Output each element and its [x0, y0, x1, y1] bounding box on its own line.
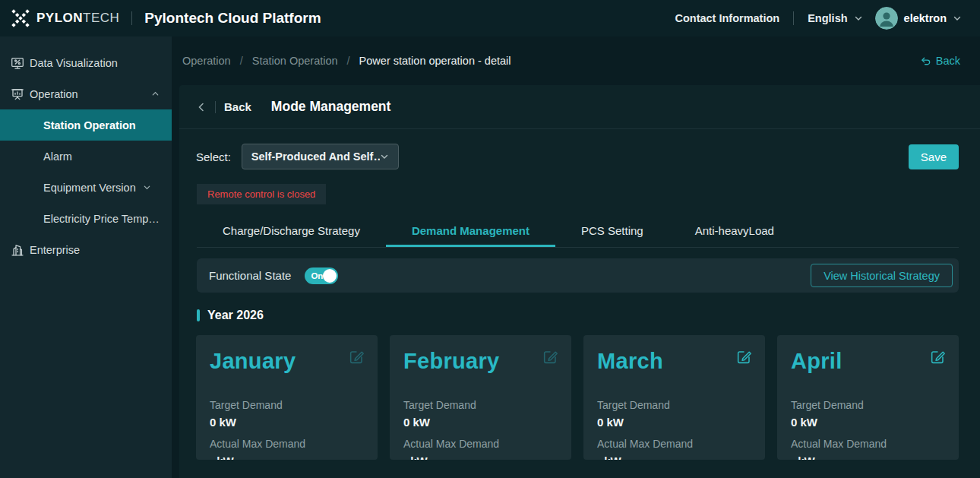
toggle-on-label: On — [311, 271, 323, 280]
tab-pcs-setting[interactable]: PCS Setting — [555, 212, 669, 247]
tab-demand-management[interactable]: Demand Management — [386, 212, 555, 247]
sidebar-item-label: Operation — [30, 88, 78, 100]
target-demand-label: Target Demand — [597, 397, 751, 413]
app-window: PYLONTECH Pylontech Cloud Platform Conta… — [0, 0, 980, 478]
target-demand-value: 0 kW — [403, 414, 558, 430]
remote-control-notice: Remote control is closed — [197, 184, 326, 204]
month-title: January — [210, 347, 364, 375]
tab-anti-heavyload[interactable]: Anti-heavyLoad — [669, 212, 800, 247]
tab-charge-discharge-strategy[interactable]: Charge/Discharge Strategy — [197, 212, 386, 247]
selected-mode-value: Self-Produced And Self… — [251, 150, 380, 163]
username: elektron — [904, 12, 947, 24]
top-header: PYLONTECH Pylontech Cloud Platform Conta… — [0, 0, 980, 36]
edit-icon[interactable] — [348, 348, 365, 366]
actual-max-demand-value: - kW — [403, 453, 558, 460]
target-demand-value: 0 kW — [597, 414, 751, 430]
functional-state-row: Functional State On View Historical Stra… — [197, 258, 959, 293]
month-card-march: March Target Demand 0 kW Actual Max Dema… — [583, 335, 765, 460]
sidebar-item-operation[interactable]: Operation — [0, 78, 172, 109]
undo-arrow-icon — [920, 55, 931, 67]
sidebar-item-data-visualization[interactable]: Data Visualization — [0, 47, 172, 78]
target-demand-label: Target Demand — [403, 397, 558, 413]
target-demand-label: Target Demand — [210, 397, 364, 413]
chevron-down-icon — [380, 152, 389, 161]
select-label: Select: — [196, 150, 231, 163]
month-cards: January Target Demand 0 kW Actual Max De… — [196, 335, 959, 460]
sidebar-item-label: Station Operation — [43, 119, 136, 131]
breadcrumb-current-page: Power station operation - detail — [359, 55, 511, 67]
actual-max-demand-label: Actual Max Demand — [403, 436, 558, 451]
app-title: Pylontech Cloud Platform — [144, 10, 321, 27]
functional-state-toggle[interactable]: On — [305, 267, 338, 284]
breadcrumb: Operation / Station Operation / Power st… — [172, 36, 980, 85]
view-historical-strategy-button[interactable]: View Historical Strategy — [811, 264, 953, 287]
edit-icon[interactable] — [542, 348, 559, 366]
brand-logo: PYLONTECH — [11, 8, 119, 28]
sidebar-item-label: Electricity Price Temp… — [43, 213, 160, 225]
actual-max-demand-label: Actual Max Demand — [210, 436, 364, 451]
toggle-knob — [323, 269, 337, 283]
sidebar-item-equipment-version[interactable]: Equipment Version — [0, 172, 172, 203]
breadcrumb-operation[interactable]: Operation — [182, 55, 231, 67]
actual-max-demand-value: - kW — [791, 453, 945, 460]
breadcrumb-back-link[interactable]: Back — [920, 55, 960, 67]
functional-state-label: Functional State — [209, 269, 291, 282]
data-visualization-icon — [11, 56, 24, 70]
sidebar-item-label: Data Visualization — [30, 57, 118, 69]
main-content: Operation / Station Operation / Power st… — [172, 36, 980, 478]
sidebar-item-label: Alarm — [43, 150, 72, 163]
sidebar-item-electricity-price-template[interactable]: Electricity Price Temp… — [0, 203, 172, 234]
sidebar: Data Visualization Operation Station Ope… — [0, 36, 172, 478]
save-button[interactable]: Save — [909, 144, 959, 169]
month-title: February — [403, 347, 558, 375]
edit-icon[interactable] — [929, 348, 947, 366]
language-label: English — [808, 12, 847, 24]
year-section-header: Year 2026 — [197, 309, 980, 322]
target-demand-value: 0 kW — [791, 414, 945, 430]
month-title: April — [791, 347, 945, 375]
header-divider — [793, 11, 794, 25]
target-demand-label: Target Demand — [791, 397, 945, 413]
month-title: March — [597, 347, 751, 375]
chevron-left-icon[interactable] — [196, 102, 207, 112]
header-actions: Contact Information English elektron — [675, 7, 962, 30]
section-accent-bar — [197, 309, 200, 321]
language-selector[interactable]: English — [808, 12, 862, 24]
page-title: Mode Management — [271, 99, 391, 115]
year-title: Year 2026 — [207, 309, 264, 322]
contact-information-link[interactable]: Contact Information — [675, 12, 779, 24]
brand-name: PYLONTECH — [36, 11, 119, 26]
enterprise-icon — [11, 243, 24, 257]
breadcrumb-separator: / — [347, 55, 350, 67]
chevron-up-icon — [151, 90, 160, 98]
mode-management-header: Back Mode Management — [179, 85, 980, 129]
chevron-down-icon — [143, 183, 151, 192]
breadcrumb-separator: / — [240, 55, 243, 67]
mode-select-dropdown[interactable]: Self-Produced And Self… — [242, 144, 399, 169]
sidebar-item-alarm[interactable]: Alarm — [0, 141, 172, 172]
chevron-down-icon — [854, 14, 863, 23]
back-label: Back — [936, 55, 960, 67]
strategy-tabs: Charge/Discharge Strategy Demand Managem… — [197, 212, 959, 248]
month-card-january: January Target Demand 0 kW Actual Max De… — [196, 335, 378, 460]
target-demand-value: 0 kW — [210, 414, 364, 430]
actual-max-demand-label: Actual Max Demand — [791, 436, 945, 451]
sidebar-item-label: Enterprise — [30, 244, 80, 256]
sidebar-item-label: Equipment Version — [43, 182, 136, 194]
sidebar-item-enterprise[interactable]: Enterprise — [0, 234, 172, 265]
actual-max-demand-label: Actual Max Demand — [597, 436, 751, 451]
back-button[interactable]: Back — [224, 100, 251, 113]
actual-max-demand-value: - kW — [210, 453, 364, 460]
month-card-february: February Target Demand 0 kW Actual Max D… — [390, 335, 571, 460]
header-divider — [131, 11, 132, 25]
pylontech-logo-icon — [11, 8, 30, 28]
mode-select-row: Select: Self-Produced And Self… Save — [196, 144, 959, 169]
chevron-down-icon — [953, 14, 962, 23]
sidebar-item-station-operation[interactable]: Station Operation — [0, 109, 172, 141]
user-menu[interactable]: elektron — [875, 7, 962, 30]
edit-icon[interactable] — [735, 348, 753, 366]
actual-max-demand-value: - kW — [597, 453, 751, 460]
breadcrumb-station-operation[interactable]: Station Operation — [252, 55, 338, 67]
month-card-april: April Target Demand 0 kW Actual Max Dema… — [777, 335, 959, 460]
operation-icon — [11, 87, 24, 101]
